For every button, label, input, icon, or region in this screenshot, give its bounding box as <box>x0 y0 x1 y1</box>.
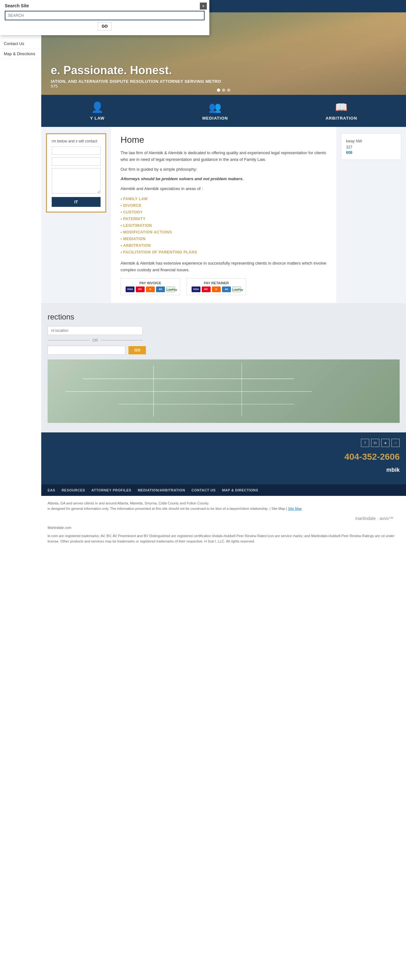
practice-item-arbitration[interactable]: ARBITRATION <box>121 242 327 249</box>
amex-icon: AE <box>156 286 165 292</box>
hero-dot-2[interactable] <box>222 89 225 92</box>
footer-phone[interactable]: 404-352-2606 <box>48 452 400 462</box>
footer-logo: mbik <box>48 467 400 473</box>
sidebar-submit-button[interactable]: IT <box>52 197 100 207</box>
service-family-law[interactable]: 👤 y Law <box>90 101 105 121</box>
footer-top: f in ● ○ <box>48 439 400 447</box>
mastercard-icon-2: MC <box>202 286 211 292</box>
service-arbitration[interactable]: 📖 ARBITRATION <box>325 101 357 121</box>
map-placeholder <box>48 360 400 423</box>
practice-link-modification[interactable]: MODIFICATION ACTIONS <box>123 230 172 234</box>
home-intro1: The law firm of Alembik & Alembik is ded… <box>121 150 327 163</box>
contact-box: kway NW 327 606 <box>341 133 401 160</box>
practice-item-modification[interactable]: MODIFICATION ACTIONS <box>121 229 327 235</box>
footer-nav: EAS RESOURCES ATTORNEY PROFILES MEDIATIO… <box>41 484 406 496</box>
footer-social: f in ● ○ <box>361 439 400 447</box>
hero-subtitle: IATION, AND ALTERNATIVE DISPUTE RESOLUTI… <box>51 79 396 84</box>
family-law-icon: 👤 <box>91 101 104 113</box>
search-overlay: Search Site × GO <box>0 0 209 35</box>
or-text: OR <box>92 338 98 343</box>
second-input-row: GO <box>48 346 146 355</box>
home-specializes: Alembik and Alembik specializes in areas… <box>121 186 327 192</box>
footer-disclaimer2: is designed for general information only… <box>48 506 400 512</box>
services-bar: 👤 y Law 👥 Mediation 📖 ARBITRATION <box>41 95 406 127</box>
visa-icon: VISA <box>126 286 134 292</box>
or-divider: OR <box>48 338 143 343</box>
sidebar-form-inner: rm below and s will contact IT <box>46 133 106 213</box>
practice-item-custody[interactable]: CUSTODY <box>121 209 327 215</box>
home-title: Home <box>121 135 327 145</box>
visa-icon-2: VISA <box>191 286 201 292</box>
practice-item-paternity[interactable]: PATERNITY <box>121 215 327 222</box>
pay-retainer-label: PAY RETAINER <box>191 281 241 285</box>
lawpay-icon-2: LawPay <box>232 286 241 292</box>
sitemap-link[interactable]: Site Map <box>288 507 302 511</box>
sidebar-item-contact-us[interactable]: Contact Us <box>0 39 41 49</box>
contact-address: kway NW 327 <box>346 138 396 150</box>
linkedin-icon[interactable]: in <box>371 439 379 447</box>
practice-item-family-law[interactable]: FAMILY LAW <box>121 196 327 202</box>
practice-link-mediation[interactable]: MEDIATION <box>123 237 146 241</box>
footer-nav-map-directions[interactable]: MAP & DIRECTIONS <box>222 488 258 492</box>
practice-item-mediation[interactable]: MEDIATION <box>121 235 327 242</box>
instagram-icon[interactable]: ○ <box>392 439 400 447</box>
practice-item-parenting-plans[interactable]: FACILITATION OF PARENTING PLANS <box>121 249 327 255</box>
service-arbitration-label: ARBITRATION <box>325 116 357 121</box>
service-mediation[interactable]: 👥 Mediation <box>202 101 228 121</box>
footer-nav-contact-us[interactable]: CONTACT US <box>191 488 216 492</box>
footer-nav-areas[interactable]: EAS <box>48 488 55 492</box>
map-directions-section: rections OR GO <box>41 303 406 433</box>
home-intro2: Our firm is guided by a simple philosoph… <box>121 166 327 173</box>
footer-website-label: Martindale.com <box>48 525 400 531</box>
practice-link-custody[interactable]: CUSTODY <box>123 210 143 215</box>
service-family-law-label: y Law <box>90 116 105 121</box>
search-input[interactable] <box>5 11 205 20</box>
hero-dot-3[interactable] <box>227 89 230 92</box>
practice-link-arbitration[interactable]: ARBITRATION <box>123 243 151 248</box>
contact-address2: 327 <box>346 144 396 150</box>
home-closing: Alembik & Alembik has extensive experien… <box>121 260 327 274</box>
practice-link-parenting-plans[interactable]: FACILITATION OF PARENTING PLANS <box>123 250 197 255</box>
map-go-button[interactable]: GO <box>129 346 146 354</box>
contact-phone[interactable]: 606 <box>346 150 396 155</box>
sidebar-name-input[interactable] <box>52 146 100 155</box>
lawpay-icon: LawPay <box>166 286 175 292</box>
footer-nav-mediation-arbitration[interactable]: MEDIATION/ARBITRATION <box>138 488 185 492</box>
map-input-row <box>48 326 400 335</box>
current-location-input[interactable] <box>48 326 143 335</box>
contact-address1: kway NW <box>346 138 396 144</box>
twitter-icon[interactable]: ● <box>381 439 390 447</box>
contact-section: kway NW 327 606 <box>336 127 406 303</box>
facebook-icon[interactable]: f <box>361 439 369 447</box>
search-go-button[interactable]: GO <box>98 22 112 30</box>
sidebar-email-input[interactable] <box>52 158 100 165</box>
service-mediation-label: Mediation <box>202 116 228 121</box>
home-philosophy: Attorneys should be problem solvers and … <box>121 176 327 183</box>
footer-disclaimer: Atlanta, GA and serves clients in and ar… <box>41 496 406 549</box>
mediation-icon: 👥 <box>209 101 221 113</box>
sidebar-form-section: rm below and s will contact IT <box>41 127 111 303</box>
practice-link-family-law[interactable]: FAMILY LAW <box>123 197 148 201</box>
hero-dot-1[interactable] <box>217 89 220 92</box>
pay-buttons-section: PAY INVOICE VISA MC D AE LawPay PAY RETA… <box>121 278 327 295</box>
practice-item-legitimation[interactable]: LEGITIMATION <box>121 222 327 229</box>
discover-icon-2: D <box>212 286 221 292</box>
practice-link-divorce[interactable]: DIVORCE <box>123 204 142 208</box>
search-close-button[interactable]: × <box>200 3 207 10</box>
address-input[interactable] <box>48 346 125 355</box>
practice-item-divorce[interactable]: DIVORCE <box>121 202 327 209</box>
sidebar-message-input[interactable] <box>52 168 100 194</box>
practice-link-paternity[interactable]: PATERNITY <box>123 217 146 221</box>
pay-invoice-icons: VISA MC D AE LawPay <box>126 286 175 292</box>
sidebar-item-map-directions[interactable]: Map & Directions <box>0 49 41 59</box>
page-wrapper: Alembik e. Passionate. Honest. IATION, A… <box>41 0 406 549</box>
or-line-left <box>48 340 90 340</box>
practice-link-legitimation[interactable]: LEGITIMATION <box>123 223 152 228</box>
amex-icon-2: AE <box>222 286 231 292</box>
sidebar-form-description: rm below and s will contact <box>52 139 100 143</box>
footer-nav-resources[interactable]: RESOURCES <box>62 488 85 492</box>
footer-nav-attorney-profiles[interactable]: ATTORNEY PROFILES <box>91 488 131 492</box>
hero-content: e. Passionate. Honest. IATION, AND ALTER… <box>51 64 396 89</box>
discover-icon: D <box>146 286 155 292</box>
mastercard-icon: MC <box>136 286 145 292</box>
